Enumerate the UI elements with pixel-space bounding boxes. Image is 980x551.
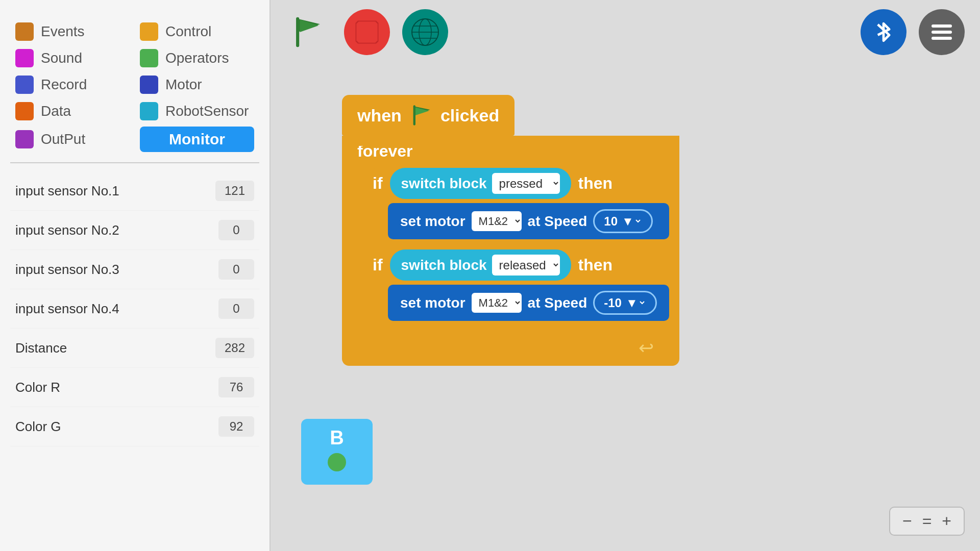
bluetooth-icon	[873, 18, 894, 46]
svg-marker-2	[300, 20, 319, 33]
set-motor-label-2: set motor	[400, 295, 465, 311]
if-block-pressed: if switch block pressed released then	[373, 168, 669, 243]
sensor-value: 0	[218, 259, 254, 280]
b-letter: B	[330, 427, 344, 449]
sidebar-item-operators[interactable]: Operators	[140, 47, 254, 69]
events-label: Events	[41, 23, 85, 40]
events-color	[15, 22, 34, 41]
sensor-name: input sensor No.1	[15, 183, 119, 199]
at-speed-label-1: at Speed	[528, 213, 587, 230]
zoom-reset-button[interactable]: =	[918, 512, 936, 531]
sidebar-item-data[interactable]: Data	[15, 100, 130, 122]
sensor-name: Color G	[15, 419, 61, 435]
sensor-name: input sensor No.2	[15, 222, 119, 238]
speed-badge-1[interactable]: 10 ▼	[593, 209, 653, 233]
block-canvas[interactable]: when clicked forever	[271, 64, 980, 551]
sensor-list: input sensor No.1 121 input sensor No.2 …	[0, 171, 270, 551]
motor-label: Motor	[165, 77, 202, 93]
when-label: when	[357, 106, 402, 126]
sensor-value: 76	[218, 377, 254, 397]
when-flag-icon	[410, 104, 432, 127]
control-label: Control	[165, 23, 211, 40]
b-circle	[328, 453, 346, 471]
speed-select-1[interactable]: ▼	[620, 214, 642, 229]
list-item: Color G 92	[10, 407, 259, 446]
category-grid: Events Control Sound Operators Record Mo…	[0, 10, 270, 162]
when-clicked-block[interactable]: when clicked	[342, 95, 514, 136]
sidebar-item-events[interactable]: Events	[15, 20, 130, 43]
motor-select-2[interactable]: M1&2 M1 M2	[472, 293, 522, 313]
switch-block-label-2: switch block	[401, 257, 487, 273]
menu-button[interactable]	[919, 9, 965, 55]
sidebar-item-sound[interactable]: Sound	[15, 47, 130, 69]
sensor-value: 0	[218, 220, 254, 240]
list-item: input sensor No.1 121	[10, 171, 259, 211]
sidebar: Events Control Sound Operators Record Mo…	[0, 0, 271, 551]
green-flag-button[interactable]	[286, 9, 332, 55]
if-header-pressed: if switch block pressed released then	[373, 168, 669, 199]
switch-block-released-condition[interactable]: switch block pressed released	[390, 249, 571, 281]
sensor-name: Color R	[15, 380, 60, 395]
pressed-select[interactable]: pressed released	[492, 173, 560, 194]
clicked-label: clicked	[440, 106, 499, 126]
output-color	[15, 130, 34, 148]
switch-block-pressed-condition[interactable]: switch block pressed released	[390, 168, 571, 199]
green-flag-icon	[291, 14, 327, 50]
set-motor-label-1: set motor	[400, 213, 465, 230]
bluetooth-button[interactable]	[861, 9, 906, 55]
globe-button[interactable]	[402, 9, 448, 55]
zoom-out-button[interactable]: −	[898, 512, 916, 531]
blocks-container: when clicked forever	[342, 95, 679, 366]
sensor-value: 282	[215, 338, 254, 358]
zoom-controls: − = +	[889, 507, 965, 536]
set-motor-block-1[interactable]: set motor M1&2 M1 M2 at Speed 10	[388, 203, 669, 239]
floating-b-block[interactable]: B	[301, 419, 373, 485]
toolbar	[271, 0, 980, 64]
released-select[interactable]: pressed released	[492, 255, 560, 276]
sensor-name: Distance	[15, 340, 67, 356]
speed-badge-2[interactable]: -10 ▼	[593, 291, 657, 315]
set-motor-block-2[interactable]: set motor M1&2 M1 M2 at Speed -10	[388, 285, 669, 321]
sidebar-item-control[interactable]: Control	[140, 20, 254, 43]
operators-color	[140, 49, 158, 67]
list-item: input sensor No.3 0	[10, 250, 259, 289]
robotsensor-label: RobotSensor	[165, 103, 249, 119]
sensor-value: 0	[218, 298, 254, 319]
then-label-2: then	[578, 256, 613, 274]
motor-select-1[interactable]: M1&2 M1 M2	[472, 211, 522, 231]
motor-color	[140, 76, 158, 94]
if-header-released: if switch block pressed released then	[373, 249, 669, 281]
if-label-2: if	[373, 256, 383, 274]
data-color	[15, 102, 34, 120]
if-label-1: if	[373, 174, 383, 193]
svg-rect-10	[932, 24, 952, 28]
sidebar-item-record[interactable]: Record	[15, 73, 130, 96]
sidebar-divider	[10, 162, 259, 163]
operators-label: Operators	[165, 50, 229, 66]
svg-rect-12	[932, 37, 952, 40]
record-color	[15, 76, 34, 94]
sound-color	[15, 49, 34, 67]
forever-label: forever	[352, 142, 669, 161]
svg-marker-4	[356, 21, 377, 42]
sidebar-item-motor[interactable]: Motor	[140, 73, 254, 96]
stop-button[interactable]	[344, 9, 390, 55]
sensor-value: 92	[218, 416, 254, 437]
switch-block-label-1: switch block	[401, 176, 487, 192]
list-item: input sensor No.4 0	[10, 289, 259, 329]
robotsensor-color	[140, 102, 158, 120]
main-canvas: when clicked forever	[271, 0, 980, 551]
control-color	[140, 22, 158, 41]
sidebar-item-robotsensor[interactable]: RobotSensor	[140, 100, 254, 122]
then-label-1: then	[578, 174, 613, 193]
list-item: Distance 282	[10, 329, 259, 368]
sound-label: Sound	[41, 50, 82, 66]
sensor-value: 121	[215, 181, 254, 201]
speed-select-2[interactable]: ▼	[624, 295, 646, 310]
sidebar-item-output[interactable]: OutPut	[15, 127, 130, 152]
record-label: Record	[41, 77, 87, 93]
output-label: OutPut	[41, 131, 85, 147]
if-block-released: if switch block pressed released then	[373, 249, 669, 325]
zoom-in-button[interactable]: +	[938, 512, 955, 531]
sidebar-item-monitor[interactable]: Monitor	[140, 127, 254, 152]
